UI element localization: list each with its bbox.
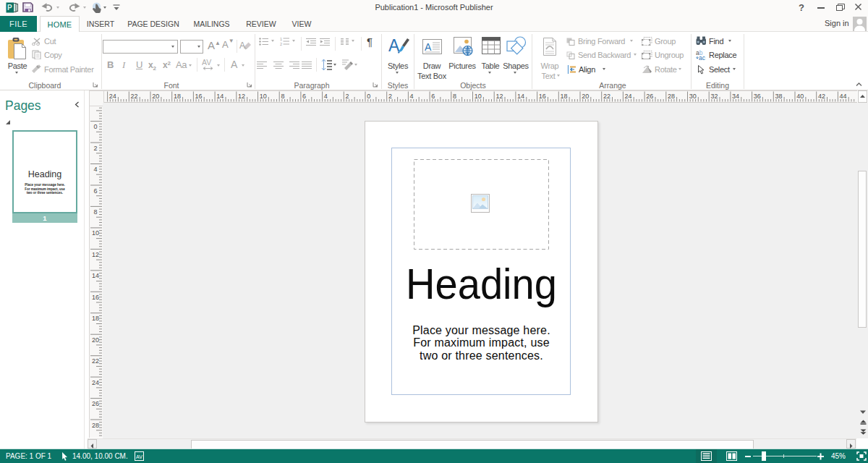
svg-text:44: 44: [840, 93, 847, 100]
svg-text:A: A: [425, 41, 432, 53]
svg-text:10: 10: [92, 229, 99, 237]
svg-text:1: 1: [280, 37, 282, 41]
svg-text:28: 28: [668, 93, 675, 100]
svg-text:24: 24: [92, 379, 99, 386]
svg-text:18: 18: [561, 93, 568, 100]
svg-text:16: 16: [92, 294, 99, 301]
svg-text:6: 6: [302, 93, 306, 100]
svg-text:6: 6: [93, 187, 97, 195]
svg-text:16: 16: [195, 93, 203, 100]
svg-text:10: 10: [475, 93, 482, 100]
svg-text:A: A: [239, 41, 245, 51]
svg-text:32: 32: [710, 93, 718, 100]
svg-text:2: 2: [280, 42, 282, 46]
svg-text:12: 12: [92, 251, 99, 258]
svg-text:0: 0: [367, 93, 370, 100]
svg-text:AV: AV: [136, 454, 142, 459]
svg-text:22: 22: [92, 357, 99, 365]
svg-text:6: 6: [431, 93, 435, 100]
svg-text:20: 20: [582, 93, 589, 100]
svg-text:8: 8: [281, 93, 284, 100]
svg-text:38: 38: [775, 93, 783, 100]
svg-text:12: 12: [238, 93, 245, 100]
svg-text:10: 10: [260, 93, 267, 100]
svg-text:16: 16: [539, 93, 546, 100]
svg-text:8: 8: [93, 208, 97, 216]
svg-text:12: 12: [495, 93, 503, 100]
svg-text:34: 34: [732, 93, 739, 100]
svg-text:14: 14: [216, 93, 224, 100]
svg-text:4: 4: [324, 93, 328, 100]
svg-text:30: 30: [689, 93, 697, 100]
svg-text:24: 24: [109, 93, 116, 100]
svg-text:P: P: [7, 4, 12, 12]
svg-text:20: 20: [152, 93, 159, 100]
svg-text:36: 36: [754, 93, 761, 100]
svg-text:22: 22: [131, 93, 138, 100]
svg-text:22: 22: [603, 93, 610, 100]
svg-text:20: 20: [92, 336, 99, 344]
svg-text:0: 0: [93, 123, 97, 130]
svg-text:4: 4: [410, 93, 414, 100]
svg-text:14: 14: [92, 272, 99, 279]
svg-text:18: 18: [174, 93, 181, 100]
svg-text:28: 28: [92, 422, 99, 429]
svg-text:4: 4: [93, 166, 97, 173]
svg-text:42: 42: [818, 93, 825, 100]
svg-text:14: 14: [517, 93, 524, 100]
svg-text:ac: ac: [699, 54, 706, 60]
svg-text:24: 24: [625, 93, 632, 100]
svg-text:2: 2: [388, 93, 392, 100]
svg-text:26: 26: [646, 93, 653, 100]
svg-text:40: 40: [796, 93, 804, 100]
svg-text:8: 8: [453, 93, 456, 100]
svg-text:AV: AV: [202, 59, 211, 67]
svg-text:2: 2: [93, 145, 97, 152]
svg-text:26: 26: [92, 400, 99, 407]
svg-text:18: 18: [92, 315, 99, 322]
svg-text:2: 2: [346, 93, 349, 100]
